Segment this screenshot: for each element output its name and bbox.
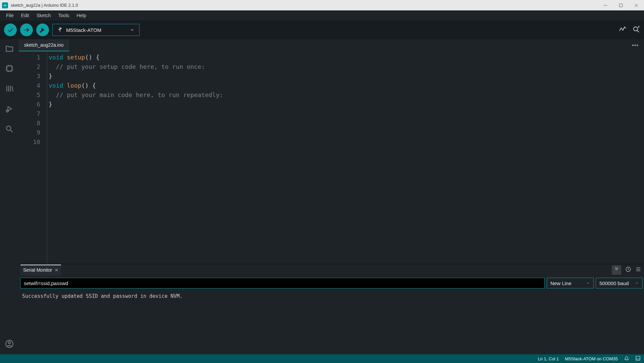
editor-tabbar: sketch_aug22a.ino ••• [19,39,644,51]
chevron-down-icon [586,281,590,285]
titlebar: ∞ sketch_aug22a | Arduino IDE 2.1.0 [0,0,644,10]
svg-point-9 [59,29,59,30]
svg-line-12 [637,31,639,32]
svg-marker-5 [42,28,44,31]
cursor-position[interactable]: Ln 1, Col 1 [538,356,559,361]
account-button[interactable] [5,339,14,350]
window-controls [598,0,644,10]
boards-manager-button[interactable] [5,64,14,74]
minimize-button[interactable] [598,0,613,10]
chevron-down-icon [130,28,135,32]
line-ending-label: New Line [550,280,572,286]
serial-monitor-tab-label: Serial Monitor [23,267,52,273]
maximize-button[interactable] [613,0,629,10]
timestamp-button[interactable] [625,266,631,274]
bottom-panel: Serial Monitor ✕ New Line 500000 baud [19,264,644,354]
autoscroll-button[interactable] [612,265,621,275]
code-editor[interactable]: 12345678910 void setup() { // put your s… [19,51,644,264]
baud-rate-select[interactable]: 500000 baud [596,278,643,288]
arduino-app-icon: ∞ [2,2,8,8]
chevron-down-icon [635,281,639,285]
usb-icon [57,27,63,33]
svg-rect-1 [620,4,623,7]
file-tab-label: sketch_aug22a.ino [24,42,64,48]
svg-point-6 [40,31,42,33]
serial-monitor-tab[interactable]: Serial Monitor ✕ [20,265,61,275]
library-manager-button[interactable] [5,84,14,94]
line-gutter: 12345678910 [19,51,47,264]
statusbar: Ln 1, Col 1 M5Stack-ATOM on COM35 [0,354,644,363]
tab-overflow-button[interactable]: ••• [627,42,644,48]
menu-edit[interactable]: Edit [18,11,33,19]
panel-tabbar: Serial Monitor ✕ [19,264,644,276]
svg-rect-39 [636,356,640,360]
sketchbook-button[interactable] [5,44,14,54]
svg-line-31 [10,130,13,132]
svg-rect-10 [61,28,61,29]
svg-point-11 [634,27,638,31]
window-title: sketch_aug22a | Arduino IDE 2.1.0 [11,3,598,8]
menu-help[interactable]: Help [73,11,90,19]
serial-plotter-button[interactable] [619,25,627,35]
serial-monitor-button[interactable] [632,25,640,35]
svg-point-33 [8,342,11,344]
file-tab[interactable]: sketch_aug22a.ino [19,39,69,51]
notifications-button[interactable] [624,356,629,362]
close-button[interactable] [629,0,644,10]
close-icon[interactable]: ✕ [55,268,58,273]
status-board[interactable]: M5Stack-ATOM on COM35 [565,356,618,361]
serial-input[interactable] [20,278,545,288]
baud-rate-label: 500000 baud [599,280,629,286]
toolbar: M5Stack-ATOM [0,20,644,39]
verify-button[interactable] [4,24,17,36]
board-selector[interactable]: M5Stack-ATOM [52,24,140,36]
search-button[interactable] [5,125,14,135]
upload-button[interactable] [20,24,33,36]
svg-point-30 [6,126,11,130]
debug-panel-button[interactable] [5,104,14,115]
menubar: File Edit Sketch Tools Help [0,10,644,20]
svg-marker-28 [8,107,12,111]
code-area[interactable]: void setup() { // put your setup code he… [47,51,644,264]
panel-menu-button[interactable] [635,266,641,274]
toggle-panel-button[interactable] [635,356,641,362]
activity-bar [0,39,19,354]
menu-file[interactable]: File [3,11,17,19]
serial-output[interactable]: Successfully updated SSID and password i… [19,290,644,354]
menu-sketch[interactable]: Sketch [33,11,54,19]
svg-line-27 [12,86,13,91]
debug-button[interactable] [36,24,49,36]
svg-rect-15 [7,66,12,71]
line-ending-select[interactable]: New Line [547,278,594,288]
board-name: M5Stack-ATOM [66,27,101,33]
menu-tools[interactable]: Tools [55,11,73,19]
